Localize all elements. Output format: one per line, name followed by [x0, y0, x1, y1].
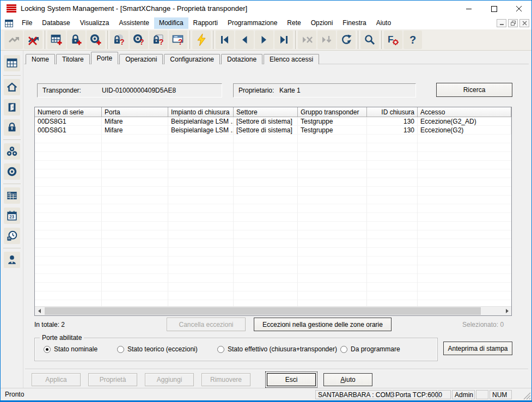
help-button[interactable]: Aiuto: [323, 373, 372, 386]
lock-icon[interactable]: [4, 119, 20, 136]
nav-first-icon[interactable]: [216, 31, 234, 49]
print-preview-button[interactable]: Anteprima di stampa: [443, 342, 512, 355]
clear-exceptions-button[interactable]: Cancella eccezioni: [167, 318, 246, 331]
radio-label: Stato effettivo (chiusura+transponder): [228, 345, 337, 353]
calendar-icon[interactable]: 23: [4, 208, 20, 224]
tab-strip: Nome Titolare Porte Operazioni Configura…: [26, 52, 320, 64]
scroll-right-icon[interactable]: [502, 307, 511, 315]
col-id-chiusura[interactable]: ID chiusura: [367, 107, 418, 117]
search-button[interactable]: Ricerca: [436, 83, 512, 97]
transponder-label: Transponder:: [42, 87, 81, 94]
tab-nome[interactable]: Nome: [26, 54, 55, 64]
search-icon[interactable]: [360, 31, 379, 49]
properties-button[interactable]: Proprietà: [88, 373, 137, 386]
doors-filter-groupbox: Porte abilitate Stato nominale Stato teo…: [34, 338, 438, 361]
nav-next-icon[interactable]: [255, 31, 273, 49]
radio-button-icon[interactable]: [340, 346, 347, 353]
radio-button-icon[interactable]: [44, 346, 51, 353]
menu-visualizza[interactable]: Visualizza: [75, 17, 114, 29]
table-row[interactable]: 00DS8G1 Mifare Beispielanlage LSM ... [S…: [35, 117, 511, 126]
flash-program-icon[interactable]: [192, 31, 211, 49]
col-gruppo-transponder[interactable]: Gruppo transponder: [298, 107, 367, 117]
minimize-button[interactable]: [456, 1, 481, 17]
transponder-icon[interactable]: [4, 163, 20, 180]
door-icon[interactable]: [4, 99, 20, 115]
new-lock-icon[interactable]: [67, 31, 85, 49]
resize-grip-icon[interactable]: [523, 392, 531, 400]
nav-prev-icon[interactable]: [235, 31, 254, 49]
help-icon[interactable]: ?: [403, 31, 422, 49]
col-accesso[interactable]: Accesso: [418, 107, 511, 117]
exit-button[interactable]: Esci: [267, 373, 316, 386]
cancel-disabled-icon[interactable]: [298, 31, 316, 49]
tab-elenco-accessi[interactable]: Elenco accessi: [264, 54, 319, 64]
read-lock-icon[interactable]: ?: [110, 31, 129, 49]
mdi-restore-button[interactable]: [508, 19, 518, 27]
col-porta[interactable]: Porta: [102, 107, 168, 117]
status-empty-panel: [438, 390, 451, 399]
apply-button[interactable]: Applica: [32, 373, 81, 386]
side-toolbar: 23: [1, 51, 23, 388]
tab-titolare[interactable]: Titolare: [56, 54, 90, 64]
menu-rapporti[interactable]: Rapporti: [188, 17, 223, 29]
read-window-icon[interactable]: ?: [169, 31, 187, 49]
tab-dotazione[interactable]: Dotazione: [221, 54, 262, 64]
col-settore[interactable]: Settore: [234, 107, 298, 117]
transponder-groups-icon[interactable]: [4, 143, 20, 160]
refresh-icon[interactable]: [337, 31, 356, 49]
cell-impianto: Beispielanlage LSM ...: [168, 117, 234, 126]
mdi-minimize-button[interactable]: [497, 19, 506, 27]
new-transponder-icon[interactable]: [87, 31, 105, 49]
areas-home-icon[interactable]: [4, 79, 20, 95]
time-groups-icon[interactable]: [4, 228, 20, 244]
menu-file[interactable]: File: [17, 17, 37, 29]
cell-porta: Mifare: [102, 126, 168, 135]
radio-stato-effettivo[interactable]: Stato effettivo (chiusura+transponder): [217, 345, 337, 353]
user-icon[interactable]: [4, 252, 20, 268]
menu-assistente[interactable]: Assistente: [114, 17, 154, 29]
scrollbar-thumb[interactable]: [45, 307, 481, 315]
transfer-disconnect-icon[interactable]: [24, 31, 42, 49]
horizontal-scrollbar[interactable]: [35, 306, 511, 315]
menu-rete[interactable]: Rete: [282, 17, 305, 29]
new-locking-system-icon[interactable]: [47, 31, 66, 49]
filter-settings-icon[interactable]: F: [384, 31, 402, 49]
scroll-left-icon[interactable]: [35, 307, 44, 315]
col-numero-di-serie[interactable]: Numero di serie: [35, 107, 102, 117]
timezone-exceptions-button[interactable]: Eccezioni nella gestione delle zone orar…: [254, 318, 392, 331]
table-row[interactable]: 00DS8G1 Mifare Beispielanlage LSM ... [S…: [35, 126, 511, 135]
menu-opzioni[interactable]: Opzioni: [306, 17, 338, 29]
radio-button-icon[interactable]: [117, 346, 124, 353]
mdi-close-button[interactable]: [519, 19, 529, 27]
radio-button-icon[interactable]: [217, 346, 224, 353]
owner-value: Karte 1: [279, 87, 301, 94]
radio-stato-teorico[interactable]: Stato teorico (eccezioni): [117, 345, 198, 353]
matrix-icon[interactable]: [4, 55, 20, 71]
maximize-button[interactable]: [481, 1, 506, 17]
read-lock-net-icon[interactable]: ?: [149, 31, 168, 49]
owner-field: Proprietario: Karte 1: [233, 83, 416, 98]
menu-aiuto[interactable]: Aiuto: [371, 17, 396, 29]
dialog-separator: [25, 369, 528, 370]
menu-database[interactable]: Database: [37, 17, 75, 29]
menu-modifica[interactable]: Modifica: [154, 17, 188, 29]
read-transponder-icon[interactable]: ?: [130, 31, 148, 49]
transfer-disabled-icon[interactable]: [4, 31, 23, 49]
radio-label: Stato teorico (eccezioni): [127, 345, 198, 353]
tab-operazioni[interactable]: Operazioni: [119, 54, 163, 64]
tab-configurazione[interactable]: Configurazione: [164, 54, 220, 64]
schedule-matrix-icon[interactable]: [4, 187, 20, 204]
jump-disabled-icon[interactable]: [317, 31, 336, 49]
menu-finestra[interactable]: Finestra: [338, 17, 371, 29]
close-button[interactable]: [506, 1, 531, 17]
radio-stato-nominale[interactable]: Stato nominale: [44, 345, 97, 353]
radio-da-programmare[interactable]: Da programmare: [340, 345, 400, 353]
add-button[interactable]: Aggiungi: [145, 373, 194, 386]
menu-programmazione[interactable]: Programmazione: [223, 17, 282, 29]
status-empty-panel: [476, 390, 488, 399]
tab-porte[interactable]: Porte: [91, 52, 119, 64]
remove-button[interactable]: Rimuovere: [201, 373, 250, 386]
col-impianto[interactable]: Impianto di chiusura: [168, 107, 234, 117]
radio-label: Stato nominale: [54, 345, 97, 353]
nav-last-icon[interactable]: [274, 31, 293, 49]
